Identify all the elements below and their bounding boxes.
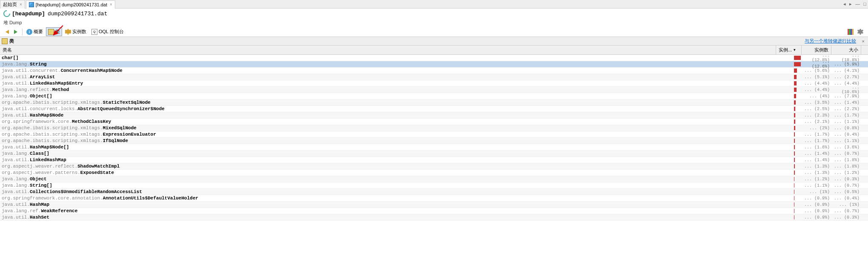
instance-pct-cell: ... (4%) (802, 94, 831, 99)
table-row[interactable]: org.apache.ibatis.scripting.xmltags.Mixe… (0, 125, 868, 131)
chevron-right-icon[interactable]: ▸ (849, 1, 852, 7)
table-row[interactable]: java.lang.ref.WeakReference... (0.9%)...… (0, 208, 868, 214)
class-name-cell: java.util.concurrent.locks.AbstractQueue… (0, 106, 793, 111)
class-name-cell: java.util.HashMap (0, 202, 793, 207)
table-row[interactable]: char[]... (12.8%)... (18.8%) (0, 55, 868, 61)
table-row[interactable]: java.util.HashSet... (0.9%)... (0.3%) (0, 214, 868, 221)
maximize-icon[interactable]: □ (863, 1, 866, 7)
tab-heapdump[interactable]: [heapdump] dump2009241731.dat × (26, 0, 115, 9)
table-row[interactable]: java.util.HashMap... (0.9%)... (1%) (0, 202, 868, 208)
refresh-icon[interactable] (2, 9, 12, 19)
tab-start-page[interactable]: 起始页 × (0, 0, 25, 9)
sub-label: 堆 Dump (0, 19, 868, 27)
class-name-cell: org.apache.ibatis.scripting.xmltags.IfSq… (0, 138, 793, 143)
table-row[interactable]: java.util.Collections$UnmodifiableRandom… (0, 189, 868, 195)
instance-pct-cell: ... (5.6%) (802, 68, 831, 73)
instance-bar-cell (793, 56, 802, 60)
table-row[interactable]: org.apache.ibatis.scripting.xmltags.Expr… (0, 131, 868, 138)
table-row[interactable]: java.util.HashMap$Node... (2.3%)... (1.7… (0, 112, 868, 119)
instance-pct-cell: ... (1.6%) (802, 145, 831, 150)
sort-desc-icon: ▼ (793, 48, 796, 52)
table-row[interactable]: java.util.concurrent.locks.AbstractQueue… (0, 106, 868, 112)
close-icon[interactable]: × (20, 2, 22, 7)
document-icon (29, 2, 34, 7)
size-pct-cell: ... (0.3%) (831, 177, 861, 182)
col-size[interactable]: 大小 (831, 46, 861, 54)
overview-button[interactable]: i 概要 (24, 27, 45, 36)
scroll-corner (861, 46, 868, 54)
instance-pct-cell: ... (1.1%) (802, 183, 831, 188)
window-controls: ◂ ▸ — □ (843, 1, 866, 7)
class-name-cell: java.util.HashMap$Node[] (0, 145, 793, 150)
table-row[interactable]: java.lang.String[]... (1.1%)... (0.7%) (0, 182, 868, 189)
instances-label: 实例数 (72, 28, 86, 35)
close-icon[interactable]: × (862, 39, 865, 44)
instance-pct-cell: ... (0.9%) (802, 209, 831, 213)
table-row[interactable]: java.util.ArrayList... (5.1%)... (2.7%) (0, 74, 868, 80)
instance-bar-cell (793, 113, 802, 117)
title-bracket: [heapdump] (12, 11, 45, 17)
size-pct-cell: ... (2.2%) (831, 107, 861, 111)
col-inst-label: 实例... (779, 47, 792, 53)
chart-icon[interactable] (848, 29, 854, 35)
table-row[interactable]: java.util.concurrent.ConcurrentHashMap$N… (0, 68, 868, 74)
compare-heap-link[interactable]: 与另一个堆转储进行比较 (805, 38, 856, 44)
size-pct-cell: ... (1.8%) (831, 158, 861, 162)
forward-button[interactable] (12, 28, 20, 35)
table-row[interactable]: java.util.HashMap$Node[]... (1.6%)... (3… (0, 144, 868, 151)
table-row[interactable]: org.apache.ibatis.scripting.xmltags.IfSq… (0, 138, 868, 144)
instance-pct-cell: ... (3.5%) (802, 100, 831, 105)
close-icon[interactable]: × (110, 2, 112, 7)
class-name-cell: java.util.ArrayList (0, 74, 793, 80)
col-class-name[interactable]: 类名 (0, 46, 776, 54)
oql-icon: Q (91, 29, 97, 35)
package-icon (48, 29, 54, 35)
instance-pct-cell: ... (1.2%) (802, 177, 831, 182)
table-row[interactable]: org.apache.ibatis.scripting.xmltags.Stat… (0, 100, 868, 106)
table-row[interactable]: org.aspectj.weaver.patterns.ExposedState… (0, 170, 868, 176)
table-row[interactable]: java.lang.Class[]... (1.4%)... (0.7%) (0, 151, 868, 157)
instance-bar-cell (793, 94, 802, 98)
section-label: 类 (9, 38, 14, 44)
instances-button[interactable]: 实例数 (63, 27, 88, 36)
classes-button[interactable]: 类 (46, 27, 62, 36)
class-name-cell: org.aspectj.weaver.patterns.ExposedState (0, 170, 793, 175)
package-icon (2, 38, 8, 44)
class-name-cell: org.apache.ibatis.scripting.xmltags.Stat… (0, 100, 793, 105)
forward-icon (14, 30, 17, 34)
table-row[interactable]: org.springframework.core.MethodClassKey.… (0, 119, 868, 125)
table-row[interactable]: org.aspectj.weaver.reflect.ShadowMatchIm… (0, 163, 868, 170)
col-instance-bar[interactable]: 实例... ▼ (776, 46, 802, 54)
table-row[interactable]: java.lang.String... (12.6%)... (5.9%) (0, 61, 868, 68)
table-row[interactable]: java.lang.Object[]... (4%)... (7.9%) (0, 93, 868, 100)
size-pct-cell: ... (0.8%) (831, 126, 861, 131)
size-pct-cell: ... (1.4%) (831, 100, 861, 105)
instance-pct-cell: ... (1.3%) (802, 164, 831, 169)
class-name-cell: java.lang.String[] (0, 183, 793, 188)
instance-bar-cell (793, 120, 802, 124)
table-body: char[]... (12.8%)... (18.8%)java.lang.St… (0, 55, 868, 221)
table-row[interactable]: org.springframework.core.annotation.Anno… (0, 195, 868, 202)
instance-bar-cell (793, 88, 802, 92)
gear-icon[interactable] (857, 29, 863, 35)
instance-pct-cell: ... (1%) (802, 190, 831, 194)
oql-console-button[interactable]: Q OQL 控制台 (89, 27, 126, 36)
col-instance-count[interactable]: 实例数 (802, 46, 831, 54)
class-name-cell: org.springframework.core.annotation.Anno… (0, 196, 793, 201)
size-pct-cell: ... (0.3%) (831, 215, 861, 220)
size-pct-cell: ... (4.1%) (831, 68, 861, 73)
class-name-cell: java.util.HashSet (0, 215, 793, 220)
table-row[interactable]: java.lang.Object... (1.2%)... (0.3%) (0, 176, 868, 182)
table-row[interactable]: java.lang.reflect.Method... (4.4%)... (1… (0, 87, 868, 93)
class-name-cell: java.lang.reflect.Method (0, 87, 793, 92)
instance-pct-cell: ... (0.9%) (802, 202, 831, 207)
minimize-icon[interactable]: — (855, 1, 860, 7)
class-name-cell: java.util.LinkedHashMap (0, 157, 793, 162)
instance-bar-cell (793, 81, 802, 85)
table-row[interactable]: java.util.LinkedHashMap... (1.4%)... (1.… (0, 157, 868, 163)
chevron-left-icon[interactable]: ◂ (843, 1, 846, 7)
section-header: 类 与另一个堆转储进行比较 × (0, 37, 868, 46)
back-button[interactable] (3, 28, 11, 35)
tab-label: [heapdump] dump2009241731.dat (36, 2, 107, 7)
table-row[interactable]: java.util.LinkedHashMap$Entry... (4.4%).… (0, 80, 868, 87)
